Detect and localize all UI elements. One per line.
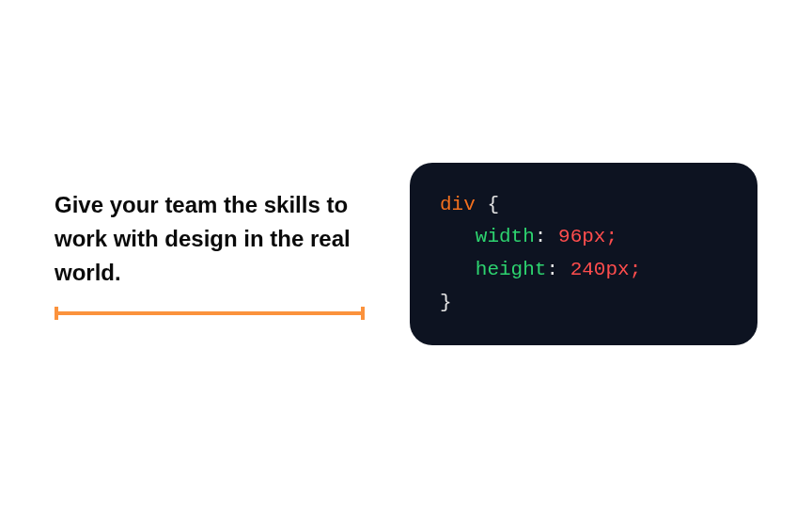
code-brace-open: { xyxy=(487,194,499,215)
code-colon-0: : xyxy=(535,226,558,247)
code-property-1: height xyxy=(476,259,547,280)
code-value-0: 96px xyxy=(558,226,605,247)
code-semicolon-0: ; xyxy=(605,226,617,247)
left-section: Give your team the skills to work with d… xyxy=(55,188,365,320)
code-block: div { width: 96px; height: 240px; } xyxy=(410,163,757,346)
measure-bar xyxy=(55,307,365,320)
code-line-rule-1: height: 240px; xyxy=(440,254,727,287)
measure-line xyxy=(55,311,365,315)
code-indent-0 xyxy=(440,226,476,247)
code-property-0: width xyxy=(476,226,535,247)
code-brace-close: } xyxy=(440,292,452,313)
code-indent-1 xyxy=(440,259,476,280)
measure-cap-right xyxy=(361,307,365,320)
code-semicolon-1: ; xyxy=(630,259,642,280)
code-line-open: div { xyxy=(440,189,727,222)
code-line-rule-0: width: 96px; xyxy=(440,221,727,254)
code-selector: div xyxy=(440,194,476,215)
code-line-close: } xyxy=(440,287,727,320)
code-value-1: 240px xyxy=(570,259,630,280)
code-colon-1: : xyxy=(546,259,570,280)
headline: Give your team the skills to work with d… xyxy=(55,188,365,290)
